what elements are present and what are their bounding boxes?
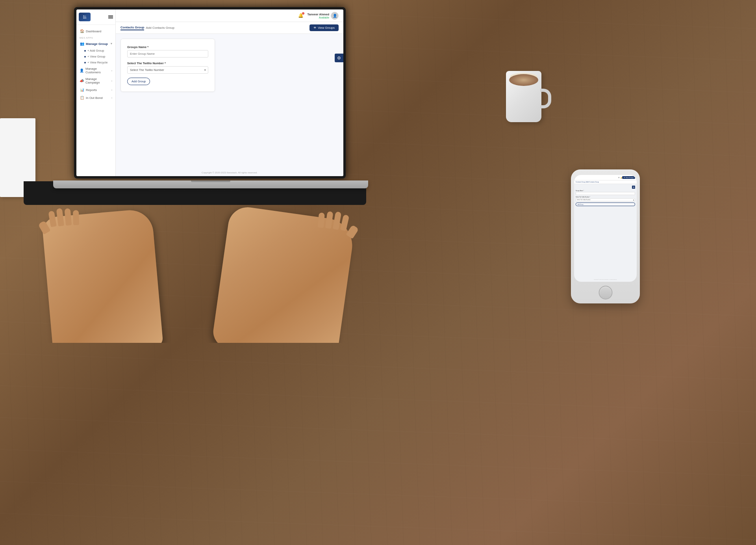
twilio-number-select[interactable]: Select The Twillio Number <box>127 66 208 74</box>
phone-top-bar: ⚙ 🔔 👁 View Groups <box>574 175 637 180</box>
phone-copyright-text: Copyright © 2020-2023 Ibexstack. All rig… <box>594 279 617 280</box>
phone-footer: Copyright © 2020-2023 Ibexstack. All rig… <box>574 279 637 280</box>
groups-name-label: Groups Name * <box>127 45 208 49</box>
main-content: 🔔 1 Tanveer Ahmed Available 👤 <box>116 9 343 176</box>
sidebar-reports-label: Reports <box>86 88 97 92</box>
user-name: Tanveer Ahmed <box>308 13 329 16</box>
phone-view-groups-button: 👁 View Groups <box>622 176 635 179</box>
home-icon: 🏠 <box>80 29 84 33</box>
sidebar-in-out-bond-label: In Out Bond <box>86 96 103 100</box>
sidebar-manage-customers-label: Manage Customers <box>85 67 110 74</box>
hands-area <box>24 166 366 343</box>
customers-icon: 👤 <box>80 68 84 73</box>
groups-name-input[interactable] <box>127 50 208 58</box>
campaign-icon: 📣 <box>80 78 84 83</box>
sidebar-manage-campaign-label: Manage Campaign <box>85 77 110 84</box>
sidebar-menu: 🏠 Dashboard MES APPS 👥 Manage Group ▾ <box>76 25 115 176</box>
mug-body <box>506 71 541 122</box>
sidebar-manage-group-label: Manage Group <box>86 42 108 46</box>
phone-form: ⚙ Groups Name * Select The Twillio Numbe… <box>574 184 637 208</box>
sidebar-item-view-group[interactable]: + View Group <box>76 54 115 60</box>
top-nav: 🔔 1 Tanveer Ahmed Available 👤 <box>116 9 343 22</box>
sidebar-add-group-label: + Add Group <box>87 49 104 52</box>
phone-twilio-placeholder: Select The Twillio Number <box>577 199 591 201</box>
form-card: Groups Name * Select The Twillio Number … <box>120 39 215 92</box>
laptop-screen-frame: ibexSMS 🏠 Dashboard MES APPS <box>74 7 346 179</box>
sidebar-logo: ibexSMS <box>76 9 115 25</box>
submenu-dot <box>84 50 86 52</box>
breadcrumb-contacts-group[interactable]: Contacts Group <box>120 26 144 30</box>
phone-home-button <box>598 286 612 299</box>
sidebar-section-label: MES APPS <box>76 35 115 40</box>
right-hand <box>211 205 356 343</box>
add-group-button[interactable]: Add Group <box>127 78 150 85</box>
phone-body: ⚙ 🔔 👁 View Groups Contacts Group | Add C… <box>571 169 640 303</box>
groups-name-form-group: Groups Name * <box>127 45 208 58</box>
sidebar-item-view-recycle[interactable]: + View Recycle <box>76 60 115 65</box>
sidebar-item-in-out-bond[interactable]: 📋 In Out Bond › <box>76 94 115 102</box>
phone-screen: ⚙ 🔔 👁 View Groups Contacts Group | Add C… <box>574 175 637 282</box>
chevron-right-icon-2: › <box>111 80 112 82</box>
reports-icon: 📊 <box>80 87 84 92</box>
sidebar-item-manage-campaign[interactable]: 📣 Manage Campaign › <box>76 76 115 86</box>
breadcrumb: Contacts Group Add Contacts Group <box>120 26 174 30</box>
phone: ⚙ 🔔 👁 View Groups Contacts Group | Add C… <box>571 169 640 303</box>
user-info: Tanveer Ahmed Available 👤 <box>308 12 339 20</box>
page-header: Contacts Group Add Contacts Group 👁 View… <box>116 22 343 34</box>
settings-gear-button[interactable]: ⚙ <box>335 54 343 62</box>
phone-page-header: Contacts Group | Add Contacts Group <box>574 180 637 184</box>
twilio-select-wrapper: Select The Twillio Number ▾ <box>127 66 208 74</box>
phone-screen-content: ⚙ 🔔 👁 View Groups Contacts Group | Add C… <box>574 175 637 282</box>
eye-icon: 👁 <box>313 26 317 30</box>
in-out-bond-icon: 📋 <box>80 95 84 100</box>
twilio-number-label: Select The Twillio Number * <box>127 61 208 65</box>
user-text: Tanveer Ahmed Available <box>308 13 329 19</box>
sidebar-item-manage-customers[interactable]: 👤 Manage Customers › <box>76 65 115 76</box>
notification-badge: 1 <box>302 12 304 15</box>
logo-text: ibexSMS <box>83 15 87 19</box>
coffee-mug <box>500 55 551 122</box>
submenu-dot-3 <box>84 62 86 63</box>
mug-liquid <box>509 74 538 86</box>
avatar-icon: 👤 <box>333 14 337 18</box>
mug-handle <box>540 89 551 108</box>
twilio-number-form-group: Select The Twillio Number * Select The T… <box>127 61 208 74</box>
phone-groups-name-input <box>576 192 635 195</box>
avatar: 👤 <box>331 12 339 20</box>
logo-box: ibexSMS <box>79 13 91 21</box>
phone-gear-icon: ⚙ <box>632 186 635 189</box>
laptop: ibexSMS 🏠 Dashboard MES APPS <box>24 0 366 343</box>
hamburger-menu[interactable] <box>108 15 113 19</box>
sidebar-item-reports[interactable]: 📊 Reports › <box>76 86 115 94</box>
manage-group-icon: 👥 <box>80 41 84 46</box>
page-content: ⚙ Groups Name * Select The Twillio Numbe… <box>116 34 343 169</box>
sidebar-item-add-group[interactable]: + Add Group <box>76 48 115 54</box>
laptop-screen: ibexSMS 🏠 Dashboard MES APPS <box>76 9 343 176</box>
left-hand <box>41 208 163 343</box>
phone-twilio-label: Select The Twillio Number * <box>576 196 635 198</box>
breadcrumb-add-contacts-group[interactable]: Add Contacts Group <box>146 26 174 30</box>
view-groups-button[interactable]: 👁 View Groups <box>309 24 339 31</box>
chevron-right-icon: › <box>111 69 112 72</box>
app-wrapper: ibexSMS 🏠 Dashboard MES APPS <box>76 9 343 176</box>
phone-twilio-select: Select The Twillio Number ▾ <box>576 198 635 201</box>
chevron-down-icon: ▾ <box>111 42 112 45</box>
phone-breadcrumb: Contacts Group | Add Contacts Group <box>576 181 599 183</box>
notification-icon[interactable]: 🔔 1 <box>297 12 304 19</box>
submenu-dot-2 <box>84 56 86 58</box>
sidebar: ibexSMS 🏠 Dashboard MES APPS <box>76 9 116 176</box>
sidebar-view-recycle-label: + View Recycle <box>87 61 107 64</box>
sidebar-item-dashboard[interactable]: 🏠 Dashboard <box>76 27 115 35</box>
phone-add-group-button: Add Group <box>576 203 635 206</box>
chevron-right-icon-3: › <box>111 89 112 91</box>
sidebar-item-manage-group[interactable]: 👥 Manage Group ▾ <box>76 40 115 48</box>
sidebar-view-group-label: + View Group <box>87 55 106 58</box>
phone-groups-name-label: Groups Name * <box>576 190 635 192</box>
phone-select-arrow-icon: ▾ <box>633 199 634 201</box>
chevron-right-icon-4: › <box>111 97 112 99</box>
phone-view-groups-label: View Groups <box>626 177 634 179</box>
sidebar-dashboard-label: Dashboard <box>86 30 101 33</box>
user-status: Available <box>308 16 329 19</box>
